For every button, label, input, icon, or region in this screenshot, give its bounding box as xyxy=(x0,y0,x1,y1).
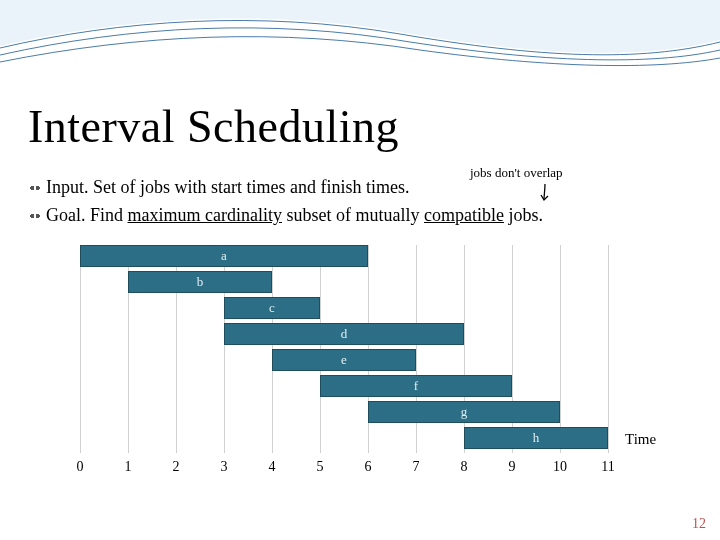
page-title: Interval Scheduling xyxy=(28,100,399,153)
goal-text-a: Find xyxy=(90,205,128,225)
job-bar-c: c xyxy=(224,297,320,319)
job-bar-label: f xyxy=(321,378,511,394)
job-bar-label: g xyxy=(369,404,559,420)
job-bar-d: d xyxy=(224,323,464,345)
tick-label: 9 xyxy=(492,459,532,475)
bullet-input-label: Input. xyxy=(46,177,93,197)
job-row-f: f xyxy=(80,375,608,397)
goal-text-e: jobs. xyxy=(504,205,543,225)
tick-label: 10 xyxy=(540,459,580,475)
job-bar-h: h xyxy=(464,427,608,449)
job-bar-f: f xyxy=(320,375,512,397)
gridline xyxy=(608,245,609,453)
job-bar-label: h xyxy=(465,430,607,446)
job-bar-label: d xyxy=(225,326,463,342)
goal-text-compatible: compatible xyxy=(424,205,504,225)
job-bar-label: e xyxy=(273,352,415,368)
page-number: 12 xyxy=(692,516,706,532)
tick-label: 8 xyxy=(444,459,484,475)
goal-text-max-cardinality: maximum cardinality xyxy=(128,205,282,225)
slide: Interval Scheduling jobs don't overlap I… xyxy=(0,0,720,540)
tick-label: 1 xyxy=(108,459,148,475)
bullet-goal: Goal. Find maximum cardinality subset of… xyxy=(28,203,692,227)
tick-label: 5 xyxy=(300,459,340,475)
job-row-h: h xyxy=(80,427,608,449)
job-row-e: e xyxy=(80,349,608,371)
goal-text-c: subset of mutually xyxy=(282,205,424,225)
bullet-goal-label: Goal. xyxy=(46,205,90,225)
job-row-b: b xyxy=(80,271,608,293)
job-row-c: c xyxy=(80,297,608,319)
tick-label: 2 xyxy=(156,459,196,475)
tick-label: 4 xyxy=(252,459,292,475)
axis-label-time: Time xyxy=(625,431,656,448)
job-row-a: a xyxy=(80,245,608,267)
job-row-g: g xyxy=(80,401,608,423)
bullet-input-text: Set of jobs with start times and finish … xyxy=(93,177,409,197)
tick-label: 0 xyxy=(60,459,100,475)
job-bar-b: b xyxy=(128,271,272,293)
job-bar-a: a xyxy=(80,245,368,267)
job-bar-label: c xyxy=(225,300,319,316)
tick-label: 3 xyxy=(204,459,244,475)
body-text: Input. Set of jobs with start times and … xyxy=(28,175,692,232)
job-bar-label: a xyxy=(81,248,367,264)
tick-label: 11 xyxy=(588,459,628,475)
job-bar-label: b xyxy=(129,274,271,290)
tick-label: 6 xyxy=(348,459,388,475)
interval-chart: abcdefgh 01234567891011 Time xyxy=(80,245,640,505)
bullet-input: Input. Set of jobs with start times and … xyxy=(28,175,692,199)
header-wave-decoration xyxy=(0,0,720,90)
job-bar-g: g xyxy=(368,401,560,423)
job-bar-e: e xyxy=(272,349,416,371)
job-row-d: d xyxy=(80,323,608,345)
tick-label: 7 xyxy=(396,459,436,475)
